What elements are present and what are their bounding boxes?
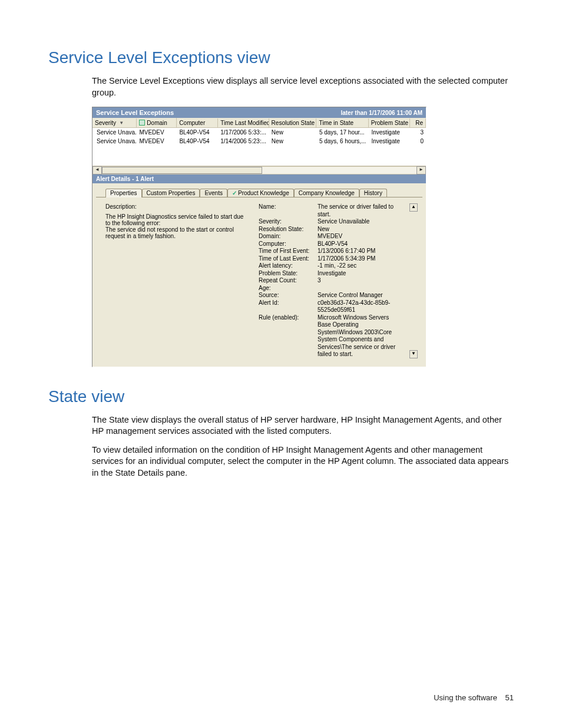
scroll-up-icon[interactable]: ▲ [409, 203, 418, 212]
col-time-in-state[interactable]: Time in State [316, 118, 368, 127]
description-line: The HP Insight Diagnostics service faile… [105, 213, 247, 226]
footer-text: Using the software [434, 693, 497, 702]
sle-screenshot: Service Level Exceptions later than 1/17… [92, 107, 427, 367]
heading-state: State view [48, 387, 514, 406]
col-severity[interactable]: Severity ▼ [92, 118, 137, 127]
col-problem-state[interactable]: Problem State [369, 118, 410, 127]
scroll-left-icon[interactable]: ◄ [92, 166, 102, 174]
grid-header-row: Severity ▼ Domain Computer Time Last Mod… [92, 118, 426, 128]
description-label: Description: [105, 203, 247, 210]
grid-body: Service Unava... MVEDEV BL40P-V54 1/17/2… [92, 128, 426, 166]
tab-history[interactable]: History [359, 189, 387, 197]
col-time-last-modified[interactable]: Time Last Modified [218, 118, 269, 127]
col-resolution-state[interactable]: Resolution State [269, 118, 317, 127]
tab-company-knowledge[interactable]: Company Knowledge [294, 189, 359, 197]
page-number: 51 [505, 693, 514, 702]
scroll-thumb[interactable] [102, 167, 262, 174]
tab-events[interactable]: Events [200, 189, 227, 197]
scroll-track[interactable] [102, 166, 416, 174]
check-icon: ✓ [232, 190, 237, 196]
page-footer: Using the software 51 [434, 693, 514, 702]
col-computer[interactable]: Computer [177, 118, 218, 127]
col-domain[interactable]: Domain [137, 118, 177, 127]
table-row[interactable]: Service Unava... MVEDEV BL40P-V54 1/17/2… [92, 128, 426, 137]
scroll-down-icon[interactable]: ▼ [409, 350, 418, 358]
tab-product-knowledge[interactable]: ✓Product Knowledge [227, 189, 294, 197]
col-re[interactable]: Re [410, 118, 426, 127]
timestamp-label: later than 1/17/2006 11:00 AM [340, 110, 422, 116]
alert-details-header: Alert Details - 1 Alert [92, 174, 426, 183]
alert-details-body: Properties Custom Properties Events ✓Pro… [92, 183, 426, 367]
heading-sle: Service Level Exceptions view [48, 48, 514, 67]
window-title: Service Level Exceptions [96, 109, 174, 116]
tab-custom-properties[interactable]: Custom Properties [142, 189, 200, 197]
horizontal-scrollbar[interactable]: ◄ ► [92, 166, 426, 174]
description-block: Description: The HP Insight Diagnostics … [105, 203, 247, 358]
window-titlebar: Service Level Exceptions later than 1/17… [92, 107, 426, 118]
vertical-scrollbar[interactable]: ▲ ▼ [409, 203, 418, 358]
details-tabs: Properties Custom Properties Events ✓Pro… [105, 188, 422, 197]
scroll-right-icon[interactable]: ► [416, 166, 426, 174]
tab-properties[interactable]: Properties [105, 189, 142, 197]
para-state-1: The State view displays the overall stat… [92, 414, 514, 437]
para-sle: The Service Level Exceptions view displa… [92, 75, 514, 98]
para-state-2: To view detailed information on the cond… [92, 444, 514, 479]
domain-icon [139, 120, 145, 126]
properties-panel: Description: The HP Insight Diagnostics … [96, 197, 422, 361]
table-row[interactable]: Service Unava... MVEDEV BL40P-V54 1/14/2… [92, 137, 426, 146]
properties-grid: Name:The service or driver failed to sta… [257, 203, 399, 358]
sort-desc-icon: ▼ [119, 120, 124, 126]
description-line: The service did not respond to the start… [105, 226, 247, 239]
